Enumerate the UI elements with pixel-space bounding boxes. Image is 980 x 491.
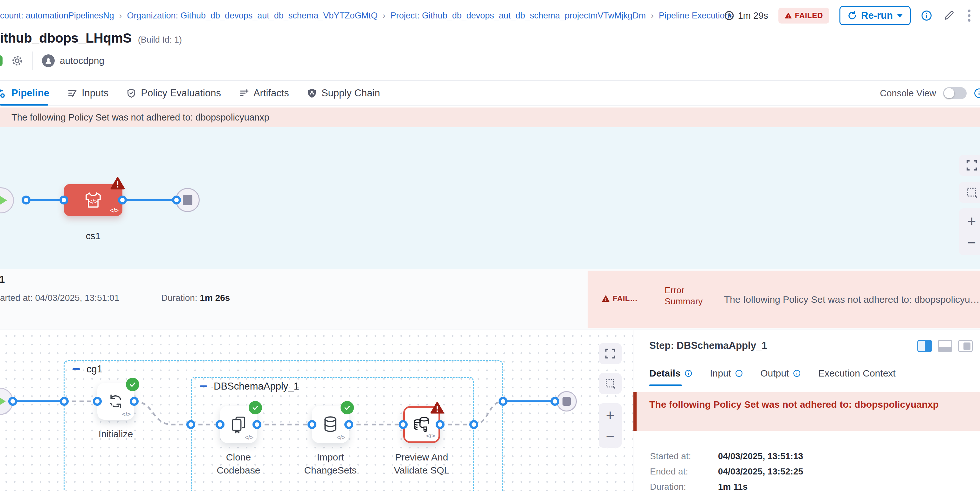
- breadcrumb-project[interactable]: Project: Github_db_devops_aut_db_schema_…: [390, 11, 646, 21]
- detail-row-started: Started at: 04/03/2025, 13:51:13: [650, 451, 803, 461]
- error-summary-label: Error Summary: [665, 284, 716, 307]
- detail-label: Started at:: [650, 451, 718, 461]
- connector-port: [253, 420, 261, 429]
- tab-output-label: Output: [760, 368, 789, 379]
- gear-icon[interactable]: [11, 54, 24, 67]
- breadcrumb-pipeline-executions[interactable]: Pipeline Executions: [659, 11, 734, 21]
- stage-duration: Duration: 1m 26s: [161, 293, 230, 303]
- tab-execution-context-label: Execution Context: [818, 368, 896, 379]
- breadcrumb-organization[interactable]: Organization: Github_db_devops_aut_db_sc…: [127, 11, 377, 21]
- edit-pencil-icon[interactable]: [942, 9, 955, 22]
- connector-port: [399, 420, 408, 429]
- code-glyph: </>: [110, 207, 119, 214]
- canvas-fit-button[interactable]: [599, 343, 622, 364]
- zoom-out-button[interactable]: −: [606, 429, 615, 443]
- zoom-in-button[interactable]: +: [967, 214, 976, 228]
- rerun-label: Re-run: [861, 10, 893, 21]
- tab-output[interactable]: Output: [760, 368, 801, 379]
- connector-port: [8, 397, 17, 406]
- info-icon[interactable]: [921, 10, 932, 21]
- breadcrumb-separator: ›: [377, 11, 390, 21]
- connector-port: [216, 420, 224, 429]
- connector-port: [172, 195, 181, 205]
- console-view-toggle[interactable]: [943, 87, 967, 99]
- warning-triangle-icon: [785, 13, 792, 19]
- step-error-message: The following Policy Set was not adhered…: [649, 399, 971, 410]
- header-actions: 1m 29s FAILED Re-run: [724, 0, 973, 31]
- connector-port: [59, 195, 68, 205]
- tab-execution-context[interactable]: Execution Context: [818, 368, 896, 379]
- zoom-in-button[interactable]: +: [606, 408, 615, 422]
- step-graph-canvas[interactable]: cg1 DBSchemaApply_1 </> </>: [0, 330, 633, 491]
- meta-row: autocdpng: [0, 51, 104, 71]
- pipeline-start-node: [0, 187, 14, 213]
- collapse-group-icon[interactable]: [73, 368, 80, 370]
- tab-input[interactable]: Input: [710, 368, 743, 379]
- step-node-preview-validate-sql[interactable]: </>: [403, 406, 440, 443]
- layout-split-bottom-icon[interactable]: [938, 340, 952, 352]
- user-avatar: [42, 54, 55, 67]
- canvas-zoom-controls: + −: [599, 403, 622, 448]
- step-node-label: Import ChangeSets: [300, 451, 361, 477]
- detail-label: Duration:: [650, 482, 718, 491]
- shield-check-icon: [126, 88, 137, 98]
- step-node-import-changesets[interactable]: </>: [312, 406, 349, 443]
- code-glyph: </>: [245, 434, 253, 441]
- tab-input-label: Input: [710, 368, 731, 379]
- stage-graph-canvas[interactable]: </> </> cs1 + −: [0, 127, 980, 269]
- database-icon: [321, 415, 340, 434]
- connector-port: [130, 397, 138, 406]
- divider: [32, 51, 33, 70]
- detail-value: 04/03/2025, 13:51:13: [718, 451, 803, 461]
- tab-artifacts[interactable]: Artifacts: [230, 87, 298, 99]
- connector-port: [22, 195, 30, 205]
- canvas-zoom-controls: + −: [959, 208, 980, 255]
- collapse-group-icon[interactable]: [200, 385, 207, 387]
- connector-port: [499, 397, 508, 406]
- elapsed-time-value: 1m 29s: [738, 11, 768, 21]
- play-icon: [0, 195, 7, 206]
- canvas-select-button[interactable]: [959, 182, 980, 203]
- step-node-initialize[interactable]: </>: [97, 383, 134, 420]
- console-info-icon[interactable]: [974, 88, 980, 99]
- breadcrumb-separator: ›: [114, 11, 127, 21]
- info-icon: [735, 369, 743, 377]
- breadcrumb: count: automationPipelinesNg › Organizat…: [0, 0, 733, 31]
- step-error-banner: The following Policy Set was not adhered…: [633, 392, 980, 431]
- shield-network-icon: [307, 88, 317, 98]
- tab-inputs[interactable]: Inputs: [58, 87, 117, 99]
- policy-violation-banner-text: The following Policy Set was not adhered…: [11, 112, 269, 123]
- stop-icon: [183, 195, 192, 205]
- rerun-button[interactable]: Re-run: [840, 6, 911, 25]
- success-check-icon: [126, 378, 139, 391]
- step-panel-tabs: Details Input Output Execution Context: [649, 368, 896, 379]
- elapsed-time: 1m 29s: [724, 11, 768, 21]
- step-node-clone-codebase[interactable]: </>: [220, 406, 257, 443]
- stage-node-cs1[interactable]: </> </>: [64, 184, 123, 216]
- layout-floating-icon[interactable]: [958, 340, 973, 352]
- tab-details[interactable]: Details: [649, 368, 692, 379]
- tab-pipeline[interactable]: Pipeline: [0, 87, 58, 99]
- error-summary-message: The following Policy Set was not adhered…: [724, 294, 980, 305]
- active-tab-underline: [649, 385, 682, 386]
- custom-stage-icon: </>: [83, 189, 103, 211]
- tab-pipeline-label: Pipeline: [11, 87, 49, 99]
- stop-icon: [563, 397, 571, 406]
- step-node-label: Preview And Validate SQL: [382, 451, 461, 477]
- zoom-out-button[interactable]: −: [967, 235, 976, 250]
- connector-port: [550, 397, 559, 406]
- build-id: (Build Id: 1): [138, 35, 182, 45]
- canvas-fit-button[interactable]: [959, 155, 980, 176]
- stage-node-label: cs1: [65, 230, 122, 242]
- stage-error-section: FAILED Error Summary The following Polic…: [588, 271, 980, 328]
- connector-port: [60, 397, 69, 406]
- canvas-select-button[interactable]: [599, 373, 622, 394]
- execution-tabs: Pipeline Inputs Policy Evaluations Artif…: [0, 80, 980, 106]
- breadcrumb-account[interactable]: count: automationPipelinesNg: [0, 11, 114, 21]
- more-options-icon[interactable]: [966, 8, 973, 23]
- status-badge: FAILED: [778, 8, 829, 24]
- tab-policy-evaluations[interactable]: Policy Evaluations: [117, 87, 230, 99]
- status-dot-icon: [0, 55, 3, 66]
- tab-supply-chain[interactable]: Supply Chain: [298, 87, 389, 99]
- layout-split-right-icon[interactable]: [917, 340, 932, 352]
